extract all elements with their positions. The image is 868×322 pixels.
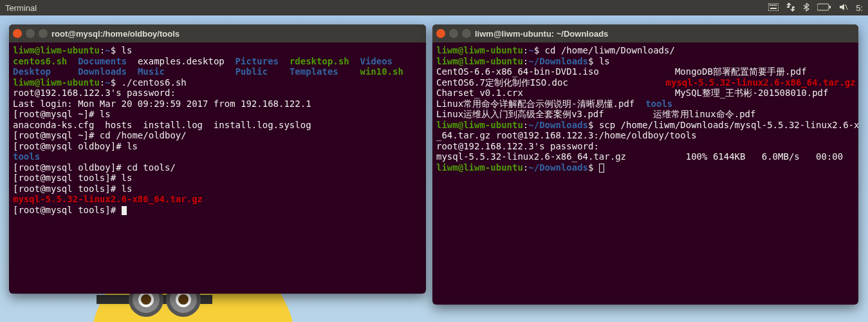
cmd: ls — [122, 173, 133, 183]
svg-line-8 — [845, 5, 847, 10]
dir: Videos — [360, 56, 392, 66]
prompt-user: liwm@liwm-ubuntu — [436, 56, 523, 66]
prompt: [root@mysql ~]# — [13, 109, 100, 119]
minimize-icon[interactable] — [26, 29, 35, 38]
prompt: [root@mysql tools]# — [13, 184, 122, 194]
prompt-user: liwm@liwm-ubuntu — [13, 77, 100, 88]
window-title-left: root@mysql:/home/oldboy/tools — [51, 29, 180, 39]
svg-rect-7 — [829, 6, 831, 8]
cmd: cd /home/liwm/Downloads/ — [545, 45, 675, 55]
prompt-sym: $ — [588, 120, 599, 130]
terminal-body-left[interactable]: liwm@liwm-ubuntu:~$ ls centos6.sh Docume… — [9, 43, 426, 218]
minimize-icon[interactable] — [449, 29, 458, 38]
terminal-window-left[interactable]: root@mysql:/home/oldboy/tools liwm@liwm-… — [9, 24, 426, 294]
terminal-window-right[interactable]: liwm@liwm-ubuntu: ~/Downloads liwm@liwm-… — [432, 24, 858, 305]
cmd: ls — [122, 184, 133, 194]
battery-icon[interactable] — [817, 3, 831, 13]
cmd: cd /home/oldboy/ — [100, 130, 187, 140]
titlebar-right[interactable]: liwm@liwm-ubuntu: ~/Downloads — [432, 24, 858, 43]
file: 运维常用linux命令.pdf — [653, 109, 756, 119]
prompt-sym: $ — [111, 45, 122, 55]
svg-rect-6 — [817, 4, 829, 10]
titlebar-left[interactable]: root@mysql:/home/oldboy/tools — [9, 24, 426, 43]
cursor — [122, 206, 127, 215]
file: examples.desktop — [138, 56, 225, 66]
close-icon[interactable] — [436, 29, 445, 38]
file: Linux运维从入门到高级全套案例v3.pdf — [436, 109, 604, 119]
svg-rect-4 — [775, 5, 777, 6]
prompt-sym: $ — [588, 56, 599, 66]
scp-size: 6144KB — [713, 151, 746, 162]
scp-time: 00:00 — [816, 151, 843, 162]
cmd: ./centos6.sh — [122, 77, 187, 88]
maximize-icon[interactable] — [39, 29, 48, 38]
cmd: scp /home/liwm/Downloads/mysql-5.5.32-li… — [599, 120, 858, 130]
prompt-user: liwm@liwm-ubuntu — [436, 120, 523, 130]
prompt: [root@mysql tools]# — [13, 205, 122, 215]
cmd: ls — [599, 56, 610, 66]
dir: Public — [235, 66, 268, 77]
prompt-path: ~ — [528, 45, 533, 55]
dir: Templates — [290, 66, 338, 77]
prompt-sym: $ — [111, 77, 122, 88]
prompt-path: ~/Downloads — [528, 120, 588, 130]
prompt: [root@mysql oldboy]# — [13, 141, 127, 151]
maximize-icon[interactable] — [462, 29, 471, 38]
archive: mysql-5.5.32-linux2.6-x86_64.tar.gz — [666, 77, 856, 88]
top-menubar: Terminal 5: — [0, 0, 868, 15]
cmd: cd tools/ — [127, 162, 176, 173]
cursor-outline — [599, 164, 604, 173]
archive: mysql-5.5.32-linux2.6-x86_64.tar.gz — [13, 194, 203, 204]
file: rdesktop.sh — [290, 56, 349, 66]
window-title-right: liwm@liwm-ubuntu: ~/Downloads — [475, 29, 608, 39]
svg-rect-1 — [770, 5, 771, 6]
prompt: [root@mysql tools]# — [13, 173, 122, 183]
scp-file: mysql-5.5.32-linux2.6-x86_64.tar.gz — [436, 151, 626, 162]
dir: Documents — [78, 56, 127, 66]
clock-text[interactable]: 5: — [856, 3, 863, 13]
svg-rect-3 — [773, 5, 775, 6]
cmd: ls — [122, 45, 133, 55]
svg-rect-0 — [768, 3, 779, 11]
file: CentOS-6.6-x86_64-bin-DVD1.iso — [436, 66, 599, 77]
dir: Downloads — [78, 66, 127, 77]
prompt-sym: $ — [588, 162, 599, 173]
prompt: [root@mysql oldboy]# — [13, 162, 127, 173]
system-tray: 5: — [768, 3, 863, 14]
desktop: root@mysql:/home/oldboy/tools liwm@liwm-… — [0, 15, 868, 322]
prompt-sym: $ — [534, 45, 545, 55]
prompt-path: ~ — [105, 45, 110, 55]
file: MongoDB部署配置简要手册.pdf — [675, 66, 807, 77]
output: Last login: Mon Mar 20 09:29:59 2017 fro… — [13, 99, 311, 109]
prompt-path: ~/Downloads — [528, 162, 588, 173]
scp-pct: 100% — [686, 151, 708, 162]
dir: tools — [645, 99, 672, 109]
keyboard-icon[interactable] — [768, 3, 779, 13]
dir: Music — [138, 66, 165, 77]
prompt-path: ~ — [105, 77, 110, 88]
cmd: ls — [100, 109, 111, 119]
dir: Pictures — [235, 56, 279, 66]
scp-speed: 6.0MB/s — [762, 151, 800, 162]
terminal-body-right[interactable]: liwm@liwm-ubuntu:~$ cd /home/liwm/Downlo… — [432, 43, 858, 175]
svg-rect-5 — [770, 8, 777, 9]
menubar-title: Terminal — [5, 3, 37, 13]
dir: Desktop — [13, 66, 51, 77]
output: root@192.168.122.3's password: — [13, 88, 176, 98]
file: centos6.sh — [13, 56, 67, 66]
file: Linux常用命令详解配合示例说明-清晰易懂.pdf — [436, 99, 634, 109]
close-icon[interactable] — [13, 29, 22, 38]
file: win10.sh — [360, 66, 403, 77]
dir: tools — [13, 151, 40, 162]
prompt-user: liwm@liwm-ubuntu — [13, 45, 100, 55]
prompt-user: liwm@liwm-ubuntu — [436, 162, 523, 173]
cmd: ls — [127, 141, 138, 151]
file: Charset_v0.1.crx — [436, 88, 523, 98]
network-icon[interactable] — [786, 3, 795, 14]
output: root@192.168.122.3's password: — [436, 141, 599, 151]
prompt: [root@mysql ~]# — [13, 130, 100, 140]
cmd-cont: _64.tar.gz root@192.168.122.3:/home/oldb… — [436, 130, 697, 140]
bluetooth-icon[interactable] — [803, 3, 809, 14]
prompt-user: liwm@liwm-ubuntu — [436, 45, 523, 55]
volume-icon[interactable] — [839, 3, 848, 14]
